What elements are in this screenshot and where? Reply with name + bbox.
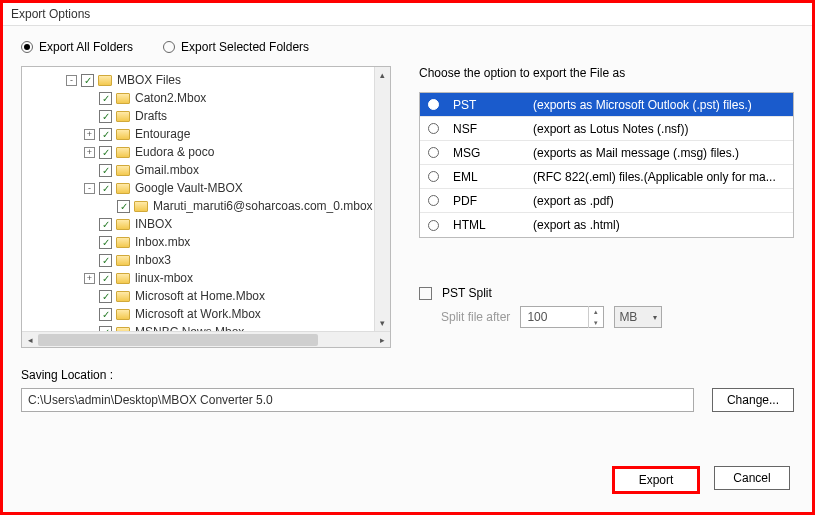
radio-export-selected[interactable]: Export Selected Folders <box>163 40 309 54</box>
tree-item[interactable]: +linux-mbox <box>22 269 390 287</box>
vertical-scrollbar[interactable]: ▴ ▾ <box>374 67 390 331</box>
tree-item[interactable]: Maruti_maruti6@soharcoas.com_0.mbox <box>22 197 390 215</box>
tree-item-label: Drafts <box>135 109 167 123</box>
tree-item-label: Inbox3 <box>135 253 171 267</box>
tree-item-label: INBOX <box>135 217 172 231</box>
checkbox[interactable] <box>99 182 112 195</box>
radio-icon <box>428 220 439 231</box>
checkbox[interactable] <box>99 164 112 177</box>
radio-export-all[interactable]: Export All Folders <box>21 40 133 54</box>
scroll-up-icon[interactable]: ▴ <box>375 67 390 83</box>
tree-item-label: linux-mbox <box>135 271 193 285</box>
tree-item-label: Google Vault-MBOX <box>135 181 243 195</box>
folder-icon <box>116 111 130 122</box>
tree-item-label: Inbox.mbx <box>135 235 190 249</box>
checkbox[interactable] <box>99 236 112 249</box>
scroll-right-icon[interactable]: ▸ <box>374 332 390 348</box>
pst-split-label: PST Split <box>442 286 492 300</box>
horizontal-scrollbar[interactable]: ◂ ▸ <box>22 331 390 347</box>
change-button[interactable]: Change... <box>712 388 794 412</box>
split-unit-value: MB <box>619 310 637 324</box>
tree-item-label: Maruti_maruti6@soharcoas.com_0.mbox <box>153 199 373 213</box>
tree-item[interactable]: Caton2.Mbox <box>22 89 390 107</box>
scroll-left-icon[interactable]: ◂ <box>22 332 38 348</box>
checkbox[interactable] <box>99 128 112 141</box>
format-name: EML <box>453 170 533 184</box>
tree-item[interactable]: -Google Vault-MBOX <box>22 179 390 197</box>
radio-label: Export All Folders <box>39 40 133 54</box>
title-bar: Export Options <box>3 3 812 26</box>
scroll-down-icon[interactable]: ▾ <box>375 315 390 331</box>
radio-icon <box>21 41 33 53</box>
radio-label: Export Selected Folders <box>181 40 309 54</box>
spin-up-icon[interactable]: ▴ <box>589 306 603 317</box>
format-name: PDF <box>453 194 533 208</box>
checkbox[interactable] <box>99 110 112 123</box>
folder-icon <box>134 201 148 212</box>
pst-split-checkbox[interactable] <box>419 287 432 300</box>
tree-item[interactable]: Microsoft at Home.Mbox <box>22 287 390 305</box>
folder-icon <box>116 237 130 248</box>
format-desc: (export as .html) <box>533 218 785 232</box>
window-title: Export Options <box>11 7 90 21</box>
format-option-html[interactable]: HTML(export as .html) <box>420 213 793 237</box>
format-name: PST <box>453 98 533 112</box>
format-desc: (export as Lotus Notes (.nsf)) <box>533 122 785 136</box>
format-option-msg[interactable]: MSG(exports as Mail message (.msg) files… <box>420 141 793 165</box>
cancel-button[interactable]: Cancel <box>714 466 790 490</box>
checkbox[interactable] <box>117 200 130 213</box>
split-unit-select[interactable]: MB ▾ <box>614 306 662 328</box>
folder-icon <box>116 219 130 230</box>
format-name: MSG <box>453 146 533 160</box>
saving-location-input[interactable]: C:\Users\admin\Desktop\MBOX Converter 5.… <box>21 388 694 412</box>
collapse-icon[interactable]: - <box>66 75 77 86</box>
format-desc: (export as .pdf) <box>533 194 785 208</box>
format-option-nsf[interactable]: NSF(export as Lotus Notes (.nsf)) <box>420 117 793 141</box>
export-button[interactable]: Export <box>612 466 700 494</box>
expand-icon[interactable]: + <box>84 273 95 284</box>
tree-item-label: Entourage <box>135 127 190 141</box>
split-size-input[interactable]: 100 ▴ ▾ <box>520 306 604 328</box>
saving-location-label: Saving Location : <box>21 368 794 382</box>
checkbox[interactable] <box>81 74 94 87</box>
checkbox[interactable] <box>99 290 112 303</box>
tree-item[interactable]: +Eudora & poco <box>22 143 390 161</box>
chevron-down-icon: ▾ <box>653 313 657 322</box>
format-desc: (exports as Microsoft Outlook (.pst) fil… <box>533 98 785 112</box>
radio-icon <box>428 195 439 206</box>
checkbox[interactable] <box>99 92 112 105</box>
tree-item[interactable]: Gmail.mbox <box>22 161 390 179</box>
folder-icon <box>116 165 130 176</box>
folder-icon <box>116 309 130 320</box>
folder-tree[interactable]: -MBOX FilesCaton2.MboxDrafts+Entourage+E… <box>21 66 391 348</box>
radio-icon <box>163 41 175 53</box>
format-option-eml[interactable]: EML(RFC 822(.eml) files.(Applicable only… <box>420 165 793 189</box>
tree-item[interactable]: Microsoft at Work.Mbox <box>22 305 390 323</box>
checkbox[interactable] <box>99 254 112 267</box>
checkbox[interactable] <box>99 146 112 159</box>
expand-icon[interactable]: + <box>84 147 95 158</box>
collapse-icon[interactable]: - <box>84 183 95 194</box>
tree-item[interactable]: Inbox3 <box>22 251 390 269</box>
checkbox[interactable] <box>99 218 112 231</box>
checkbox[interactable] <box>99 308 112 321</box>
expand-icon[interactable]: + <box>84 129 95 140</box>
tree-item[interactable]: -MBOX Files <box>22 71 390 89</box>
spin-down-icon[interactable]: ▾ <box>589 317 603 328</box>
choose-label: Choose the option to export the File as <box>419 66 794 80</box>
format-desc: (exports as Mail message (.msg) files.) <box>533 146 785 160</box>
folder-icon <box>98 75 112 86</box>
checkbox[interactable] <box>99 272 112 285</box>
tree-item[interactable]: Inbox.mbx <box>22 233 390 251</box>
radio-icon <box>428 171 439 182</box>
format-option-pst[interactable]: PST(exports as Microsoft Outlook (.pst) … <box>420 93 793 117</box>
tree-item[interactable]: +Entourage <box>22 125 390 143</box>
format-option-pdf[interactable]: PDF(export as .pdf) <box>420 189 793 213</box>
tree-item[interactable]: Drafts <box>22 107 390 125</box>
folder-icon <box>116 129 130 140</box>
scroll-thumb[interactable] <box>38 334 318 346</box>
tree-item-label: Gmail.mbox <box>135 163 199 177</box>
tree-item[interactable]: INBOX <box>22 215 390 233</box>
tree-item-label: Microsoft at Home.Mbox <box>135 289 265 303</box>
radio-icon <box>428 123 439 134</box>
